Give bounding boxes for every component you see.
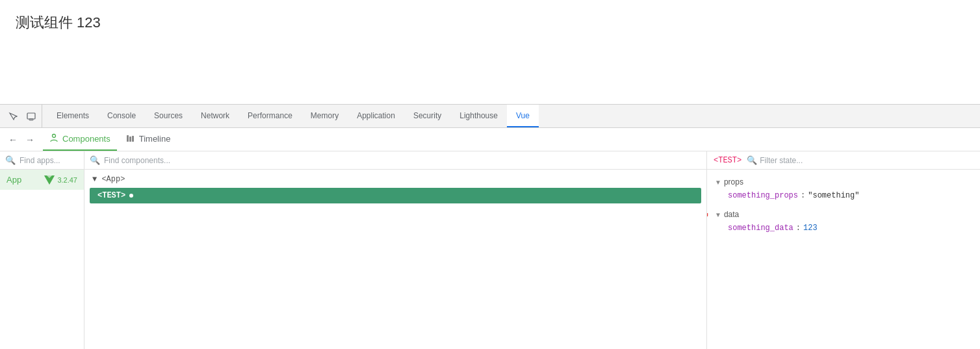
nav-buttons: ← → [5, 132, 38, 148]
app-arrow: ▼ [92, 175, 97, 184]
svg-rect-5 [132, 136, 134, 142]
devtools-tabs: Elements Console Sources Network Perform… [47, 105, 539, 127]
components-search-bar[interactable]: 🔍 Find components... [84, 151, 706, 170]
props-arrow-icon: ▼ [715, 179, 721, 186]
tree-item-test[interactable]: <TEST> [90, 188, 701, 203]
props-section: ▼ props something_props : "something" [707, 175, 980, 202]
components-icon [49, 133, 58, 144]
devtools-tab-bar: Elements Console Sources Network Perform… [0, 105, 980, 128]
props-section-header[interactable]: ▼ props [707, 175, 980, 189]
tab-security[interactable]: Security [404, 105, 450, 127]
app-list: App 3.2.47 [0, 170, 84, 349]
apps-search-placeholder: Find apps... [19, 156, 60, 165]
props-row: something_props : "something" [707, 189, 980, 202]
apps-panel: 🔍 Find apps... App 3.2.47 [0, 151, 84, 349]
data-section-header[interactable]: ▼ data [707, 207, 980, 222]
svg-rect-0 [27, 113, 35, 119]
components-search-placeholder: Find components... [104, 156, 170, 165]
state-search[interactable]: 🔍 Filter state... [747, 155, 803, 165]
data-arrow-icon: ▼ [715, 211, 721, 218]
svg-rect-4 [129, 136, 131, 142]
tab-performance[interactable]: Performance [239, 105, 302, 127]
main-area: 🔍 Find apps... App 3.2.47 [0, 151, 980, 349]
tab-lighthouse[interactable]: Lighthouse [450, 105, 507, 127]
tree-item-app[interactable]: ▼ <App> [84, 172, 706, 187]
tab-memory[interactable]: Memory [302, 105, 348, 127]
vue-badge: 3.2.47 [44, 175, 77, 185]
devtools-panel: Elements Console Sources Network Perform… [0, 104, 980, 349]
timeline-label: Timeline [139, 134, 171, 144]
tab-timeline[interactable]: Timeline [120, 128, 177, 151]
state-component-tag: <TEST> [714, 156, 741, 165]
data-value: 123 [803, 224, 818, 233]
apps-search-icon: 🔍 [5, 155, 16, 165]
app-node-label: <App> [101, 175, 125, 184]
tab-sources[interactable]: Sources [145, 105, 192, 127]
tab-bar-icons [3, 105, 42, 127]
data-colon: : [796, 224, 801, 233]
svg-rect-3 [127, 135, 129, 142]
tab-elements[interactable]: Elements [47, 105, 98, 127]
state-search-icon: 🔍 [747, 155, 757, 165]
tab-vue[interactable]: Vue [507, 105, 539, 127]
props-value: "something" [808, 191, 859, 200]
app-list-item[interactable]: App 3.2.47 [0, 170, 84, 190]
timeline-icon [126, 134, 135, 144]
components-panel: 🔍 Find components... ▼ <App> <TEST> [84, 151, 707, 349]
page-title: 测试组件 123 [16, 13, 964, 32]
forward-button[interactable]: → [22, 132, 38, 148]
props-section-name: props [724, 177, 743, 187]
props-colon: : [801, 191, 805, 200]
data-section: ▼ data ↘ something_data : 123 [707, 207, 980, 235]
component-name: <TEST> [97, 191, 125, 200]
components-label: Components [62, 134, 110, 144]
components-search-icon: 🔍 [90, 155, 100, 165]
page-content: 测试组件 123 [0, 0, 980, 104]
props-key: something_props [728, 191, 798, 200]
cursor-icon[interactable] [5, 109, 21, 124]
data-section-name: data [724, 210, 739, 219]
tab-application[interactable]: Application [348, 105, 404, 127]
tab-console[interactable]: Console [98, 105, 145, 127]
state-panel: <TEST> 🔍 Filter state... ▼ props somethi… [707, 151, 980, 349]
vue-toolbar: ← → Components Timeline [0, 128, 980, 151]
state-header: <TEST> 🔍 Filter state... [707, 151, 980, 170]
apps-search-bar[interactable]: 🔍 Find apps... [0, 151, 84, 170]
component-tree: ▼ <App> <TEST> [84, 170, 706, 349]
component-dot [129, 194, 133, 198]
state-body: ▼ props something_props : "something" ▼ … [707, 170, 980, 349]
data-key: something_data [728, 224, 793, 233]
tab-network[interactable]: Network [192, 105, 239, 127]
vue-version: 3.2.47 [57, 176, 77, 184]
tab-components[interactable]: Components [43, 128, 117, 151]
data-row: ↘ something_data : 123 [707, 222, 980, 235]
annotation-red-arrow: ↘ [707, 203, 709, 221]
device-icon[interactable] [23, 109, 39, 124]
svg-point-2 [53, 135, 56, 138]
svg-rect-1 [29, 119, 33, 120]
vue-logo-icon [44, 175, 55, 185]
state-filter-placeholder: Filter state... [760, 156, 803, 165]
back-button[interactable]: ← [5, 132, 21, 148]
app-name: App [6, 175, 21, 185]
